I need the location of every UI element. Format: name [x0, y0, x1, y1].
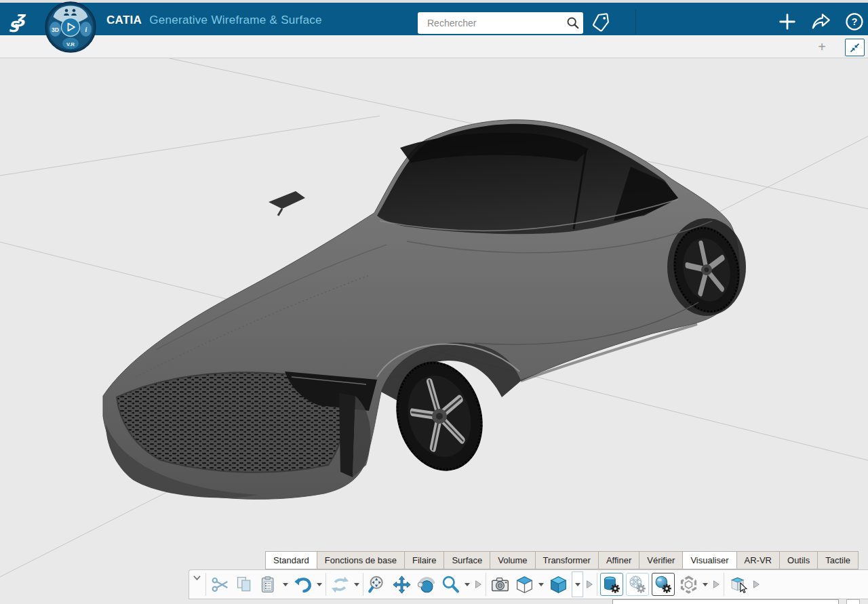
fit-all-in-icon[interactable] — [365, 571, 389, 598]
toolbar-separator — [597, 573, 597, 596]
3d-viewport[interactable] — [0, 58, 868, 604]
header-divider — [635, 9, 636, 34]
compass-play-button — [62, 18, 80, 37]
tab-standard[interactable]: Standard — [265, 551, 317, 569]
overflow-arrow-icon[interactable] — [583, 571, 595, 598]
svg-text:S: S — [8, 18, 20, 34]
render-options-icon[interactable] — [676, 571, 701, 598]
help-icon[interactable]: ? — [842, 9, 867, 34]
search-input[interactable] — [418, 18, 563, 28]
cut-icon[interactable] — [208, 571, 232, 598]
app-name: CATIA — [106, 14, 142, 26]
add-icon[interactable] — [775, 9, 800, 34]
update-icon[interactable] — [328, 571, 352, 598]
search-bar — [418, 12, 583, 34]
paste-dropdown-caret[interactable] — [283, 583, 288, 586]
box-selection-icon[interactable] — [726, 571, 750, 598]
shaded-cube-icon[interactable] — [546, 571, 570, 598]
action-bar-tabs: Standard Fonctions de base Filaire Surfa… — [266, 551, 859, 569]
app-header: ʒ S CATIA Generative Wireframe & Surface… — [0, 3, 868, 35]
tab-visualiser[interactable]: Visualiser — [682, 551, 736, 569]
car-side-mirror — [269, 191, 305, 209]
tab-affiner[interactable]: Affiner — [598, 551, 639, 569]
realistic-shading-icon[interactable] — [652, 573, 675, 596]
tab-volume[interactable]: Volume — [490, 551, 535, 569]
zoom-dropdown-caret[interactable] — [465, 583, 470, 586]
docked-panel-edge-small[interactable] — [846, 599, 860, 604]
material-shading-icon[interactable] — [600, 573, 623, 596]
tab-surface[interactable]: Surface — [443, 551, 490, 569]
tab-verifier[interactable]: Vérifier — [639, 551, 683, 569]
3dexperience-compass[interactable]: 3D i V.R — [45, 1, 96, 53]
docked-panel-edge[interactable] — [612, 599, 839, 604]
compass-3d-label: 3D — [52, 26, 59, 33]
tag-icon[interactable] — [589, 9, 613, 34]
3d-scene — [0, 58, 868, 604]
capture-icon[interactable] — [488, 571, 512, 598]
share-icon[interactable] — [809, 9, 833, 34]
tab-outils[interactable]: Outils — [779, 551, 818, 569]
iso-view-cube-icon[interactable] — [512, 571, 536, 598]
undo-dropdown-caret[interactable] — [317, 583, 322, 586]
iso-view-dropdown-caret[interactable] — [538, 583, 544, 586]
tab-strip-bar: + — [0, 35, 868, 58]
toolbar-collapse-chevron-icon[interactable] — [189, 569, 204, 600]
action-bar-toolbar — [189, 569, 868, 599]
tab-fonctions-de-base[interactable]: Fonctions de base — [317, 551, 405, 569]
tab-filaire[interactable]: Filaire — [404, 551, 444, 569]
toolbar-separator — [363, 573, 363, 596]
wireframe-shading-icon[interactable] — [626, 573, 649, 596]
app-title: CATIA Generative Wireframe & Surface — [106, 14, 322, 27]
overflow-arrow-icon[interactable] — [710, 571, 722, 598]
toolbar-separator — [326, 573, 326, 596]
tab-tactile[interactable]: Tactile — [817, 551, 859, 569]
toolbar-separator — [205, 573, 206, 596]
compass-vr-label: V.R — [66, 41, 75, 47]
view-dropdown-box[interactable] — [572, 571, 583, 597]
paste-icon[interactable] — [256, 571, 281, 598]
car-model — [103, 120, 747, 500]
compass-i-label: i — [85, 26, 87, 33]
overflow-arrow-icon[interactable] — [472, 571, 484, 598]
rotate-icon[interactable] — [414, 571, 438, 598]
search-icon[interactable] — [563, 13, 583, 33]
update-dropdown-caret[interactable] — [354, 583, 359, 586]
svg-text:?: ? — [852, 16, 858, 27]
new-tab-plus-icon[interactable]: + — [814, 39, 830, 55]
zoom-icon[interactable] — [438, 571, 462, 598]
pan-icon[interactable] — [389, 571, 414, 598]
toolbar-separator — [724, 573, 724, 596]
render-options-dropdown-caret[interactable] — [703, 583, 708, 586]
tab-ar-vr[interactable]: AR-VR — [736, 551, 780, 569]
dassault-systemes-logo[interactable]: ʒ S — [5, 7, 41, 34]
undo-icon[interactable] — [290, 571, 315, 598]
tab-transformer[interactable]: Transformer — [535, 551, 599, 569]
collapse-window-icon[interactable] — [845, 39, 865, 56]
toolbar-separator — [486, 573, 486, 596]
copy-icon[interactable] — [232, 571, 256, 598]
app-subtitle: Generative Wireframe & Surface — [149, 14, 322, 26]
overflow-arrow-icon[interactable] — [750, 571, 762, 598]
